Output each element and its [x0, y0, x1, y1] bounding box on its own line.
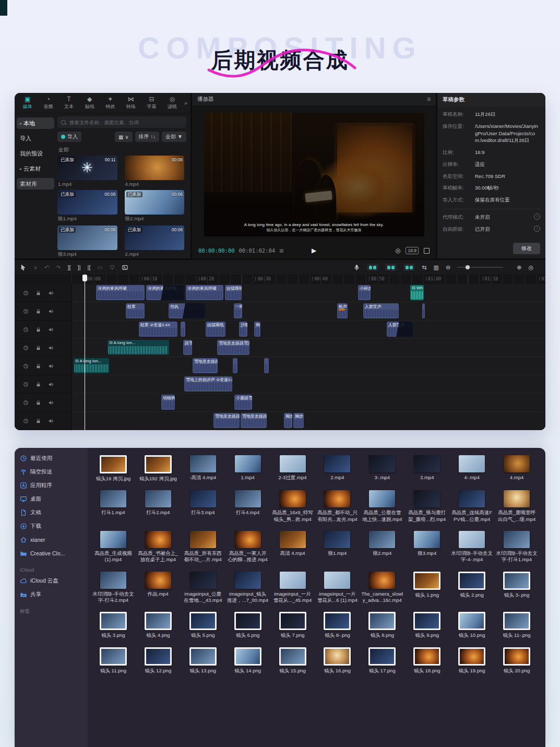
file-item[interactable]: 2-3过度.mp4 [271, 455, 314, 482]
media-nav-import[interactable]: 导入 [17, 133, 54, 144]
adjust-image-icon[interactable] [122, 264, 128, 271]
track-toggle-icon[interactable] [23, 290, 29, 296]
timeline-clip[interactable] [422, 303, 425, 318]
file-item[interactable]: 镜头 10.png [450, 612, 493, 638]
split-keep-right-icon[interactable]: |[ [88, 264, 91, 270]
track-mute-icon[interactable] [48, 345, 54, 351]
file-item[interactable]: 高品质_书被合上_放在桌子上.mp4 [137, 531, 180, 563]
track-mute-icon[interactable] [48, 290, 54, 296]
file-item[interactable]: 镜头 7.png [271, 612, 314, 638]
file-item[interactable]: 镜头 18.png [406, 647, 448, 674]
timeline-clip[interactable]: 冷冽的寒风呼啸 [186, 285, 223, 300]
track-toggle-icon[interactable] [23, 400, 29, 406]
sidebar-item-downloads[interactable]: 下载 [20, 521, 84, 531]
modify-button[interactable]: 修改 [513, 243, 540, 254]
zoom-out-icon[interactable]: ⊖ [446, 264, 450, 271]
tab-transition[interactable]: ⋈转场 [121, 96, 141, 110]
media-nav-local[interactable]: ▸本地 [17, 117, 54, 129]
file-item[interactable]: 水印消除-手动去文字-打斗2.mp4 [92, 572, 135, 604]
track-toggle-icon[interactable] [23, 327, 29, 333]
timeline-clip[interactable]: 凶猛嘶吼 [225, 285, 242, 300]
frame-preview-icon[interactable]: ▥ [434, 264, 439, 271]
timeline-clip[interactable]: 踩雪 [183, 340, 192, 355]
timeline-clip[interactable]: 雪地上的跑步声 ⊘变速0.8 [184, 376, 232, 392]
sidebar-item-home-xianer[interactable]: xianer [20, 535, 84, 545]
timeline-clip[interactable]: 冷冽的寒风呼啸 [96, 285, 145, 300]
media-thumbnail[interactable]: 00:08 [125, 156, 185, 180]
media-thumbnail[interactable]: 已添加00:06 [57, 226, 117, 250]
track-mute-icon[interactable] [48, 363, 54, 369]
timeline-clip[interactable]: 雪地里走路踩雪声 [217, 340, 249, 355]
file-item[interactable]: 4-.mp4 [450, 455, 493, 482]
play-button[interactable]: ▶ [312, 247, 316, 254]
info-icon[interactable]: i [534, 214, 540, 220]
track-toggle-icon[interactable] [23, 345, 29, 351]
sidebar-item-documents[interactable]: 文稿 [20, 507, 84, 518]
track-mute-icon[interactable] [48, 309, 54, 314]
fullscreen-icon[interactable] [424, 248, 430, 254]
media-thumbnail[interactable]: 已添加00:06 [125, 190, 185, 215]
undo-icon[interactable]: ↶ [44, 264, 49, 271]
split-keep-left-icon[interactable]: ]| [78, 264, 81, 270]
select-mode-chevron-icon[interactable]: ∨ [33, 264, 38, 271]
file-item[interactable]: 镜头192 拷贝.jpg [137, 455, 180, 482]
sidebar-item-icloud-drive[interactable]: iCloud 云盘 [20, 576, 84, 586]
file-item[interactable]: 镜头 20.png [495, 647, 538, 674]
file-item[interactable]: 镜头 6.png [227, 612, 269, 638]
track-toggle-icon[interactable] [23, 418, 29, 424]
file-item[interactable]: 镜头 2.png [450, 572, 493, 604]
file-item[interactable]: imageinput_一片雪花从..._45.mp4 [271, 572, 314, 604]
preview-axis-icon[interactable] [403, 264, 415, 271]
timeline-clip[interactable]: 人群笑声 [387, 322, 413, 337]
file-item[interactable]: 2.mp4 [316, 455, 359, 482]
file-item[interactable]: 镜头 11-.png [495, 612, 538, 638]
timeline-clip[interactable]: 枪声 [337, 303, 348, 318]
timeline-clip[interactable] [233, 358, 237, 373]
file-item[interactable]: 狼1.mp4 [316, 531, 359, 563]
track-lock-icon[interactable] [35, 400, 41, 406]
filter-button[interactable]: 全部 ▼ [162, 132, 186, 142]
media-thumbnail[interactable]: 已添加00:06 [125, 226, 185, 250]
file-item[interactable]: 水印消除-手动去文字-打斗1.mp4 [495, 531, 538, 563]
timeline-clip[interactable]: 雪地里走路踩雪 [193, 358, 218, 373]
fit-preview-icon[interactable]: ◎ [395, 247, 400, 254]
file-item[interactable]: 镜头 14.png [227, 647, 269, 674]
timeline-clip[interactable]: 沙哑 [239, 322, 247, 337]
playhead[interactable] [85, 275, 85, 430]
select-tool-icon[interactable] [20, 264, 27, 271]
track-lock-icon[interactable] [35, 363, 41, 369]
track-lock-icon[interactable] [35, 382, 41, 387]
file-item[interactable]: 镜头 9.png [406, 612, 448, 638]
media-nav-library[interactable]: 素材库 [17, 178, 54, 189]
file-item[interactable]: 镜头 15.png [271, 647, 314, 674]
file-item[interactable]: 镜头 12.png [137, 647, 180, 674]
timeline-clip[interactable]: 雪地里走路踩雪声 [213, 413, 240, 428]
sidebar-item-airdrop[interactable]: 隔空投送 [20, 467, 84, 477]
timeline-clip[interactable]: 雪地里走路踩雪声 [241, 413, 267, 428]
file-item[interactable]: 打斗2.mp4 [137, 490, 180, 523]
media-nav-cloud[interactable]: ▸云素材 [17, 163, 54, 174]
timeline-clip[interactable]: 枯草 ⊘变速0.4X [139, 322, 177, 337]
file-item[interactable]: 镜头 3.png [92, 612, 135, 638]
file-item[interactable]: imageinput_镜头推进，...7_00.mp4 [227, 572, 269, 604]
tab-filter[interactable]: ◎滤镜 [162, 96, 182, 110]
file-item[interactable]: 4.mp4 [495, 455, 538, 482]
track-toggle-icon[interactable] [23, 309, 29, 314]
timeline-clip[interactable]: 脚步.. [293, 413, 304, 428]
split-view-icon[interactable]: ⇆ [422, 264, 426, 271]
file-item[interactable]: 打斗3.mp4 [182, 490, 224, 523]
sidebar-item-applications[interactable]: 应用程序 [20, 480, 84, 491]
file-item[interactable]: 打斗4.mp4 [227, 490, 269, 523]
tab-text[interactable]: T文本 [59, 96, 79, 110]
track-toggle-icon[interactable] [23, 363, 29, 369]
redo-icon[interactable]: ↷ [56, 264, 61, 271]
file-item[interactable]: 狼2.mp4 [361, 531, 403, 563]
timeline-clip[interactable]: 凶猛嘶吼 [206, 322, 225, 337]
timeline-clip[interactable]: ⊟ A long lon... [74, 358, 109, 373]
file-item[interactable]: 镜头 13.png [182, 647, 224, 674]
file-item[interactable]: 高品质_狼与鹿打架_撕咬...烈.mp4 [406, 490, 448, 523]
timeline-clip[interactable]: 动物狗 [161, 395, 175, 410]
file-item[interactable]: -高清 4.mp4 [182, 455, 224, 482]
track-lock-icon[interactable] [35, 309, 41, 314]
timeline-clip[interactable]: 狗 [254, 322, 260, 337]
